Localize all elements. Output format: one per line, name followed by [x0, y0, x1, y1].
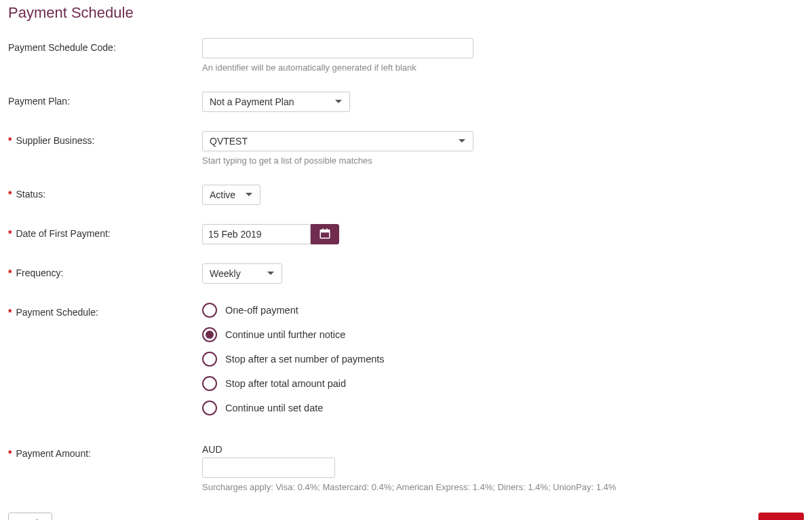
surcharge-helper: Surcharges apply: Visa: 0.4%; Mastercard…: [202, 482, 804, 492]
schedule-option[interactable]: Stop after total amount paid: [202, 376, 804, 391]
svg-rect-3: [326, 228, 328, 231]
supplier-business-value: QVTEST: [210, 136, 248, 147]
schedule-code-input[interactable]: [202, 38, 473, 58]
schedule-option[interactable]: One-off payment: [202, 303, 804, 318]
back-button[interactable]: Back: [8, 513, 52, 520]
chevron-down-icon: [267, 271, 275, 276]
required-marker: *: [8, 189, 12, 200]
label-schedule-code: Payment Schedule Code:: [8, 38, 202, 53]
required-marker: *: [8, 228, 12, 239]
payment-plan-selected: Not a Payment Plan: [210, 96, 294, 107]
radio-icon: [202, 376, 217, 391]
radio-icon: [202, 327, 217, 342]
schedule-option[interactable]: Stop after a set number of payments: [202, 352, 804, 367]
first-payment-date-input[interactable]: [202, 224, 311, 244]
schedule-option-label: Stop after total amount paid: [225, 378, 346, 389]
supplier-business-combo[interactable]: QVTEST: [202, 131, 473, 151]
chevron-down-icon: [245, 192, 253, 198]
label-payment-plan: Payment Plan:: [8, 92, 202, 107]
schedule-option-label: Stop after a set number of payments: [225, 354, 385, 365]
calendar-button[interactable]: [311, 224, 339, 244]
required-marker: *: [8, 267, 12, 278]
svg-rect-2: [322, 228, 324, 231]
svg-rect-1: [320, 229, 330, 232]
label-payment-amount: *Payment Amount:: [8, 444, 202, 459]
required-marker: *: [8, 135, 12, 146]
row-first-payment: *Date of First Payment:: [8, 224, 804, 244]
row-payment-schedule: *Payment Schedule: One-off paymentContin…: [8, 303, 804, 425]
next-button[interactable]: Next: [758, 513, 804, 520]
row-schedule-code: Payment Schedule Code: An identifier wil…: [8, 38, 804, 73]
required-marker: *: [8, 307, 12, 318]
chevron-down-icon: [458, 138, 466, 144]
frequency-select[interactable]: Weekly: [202, 263, 282, 284]
schedule-option-label: Continue until further notice: [225, 329, 345, 340]
row-payment-amount: *Payment Amount: AUD Surcharges apply: V…: [8, 444, 804, 492]
status-select[interactable]: Active: [202, 185, 260, 205]
row-status: *Status: Active: [8, 185, 804, 205]
status-selected: Active: [210, 189, 235, 200]
currency-label: AUD: [202, 444, 804, 455]
label-frequency: *Frequency:: [8, 263, 202, 278]
row-supplier-business: *Supplier Business: QVTEST Start typing …: [8, 131, 804, 166]
frequency-selected: Weekly: [210, 268, 241, 279]
schedule-option-label: One-off payment: [225, 305, 298, 316]
label-status: *Status:: [8, 185, 202, 200]
label-payment-schedule: *Payment Schedule:: [8, 303, 202, 318]
required-marker: *: [8, 448, 12, 459]
row-frequency: *Frequency: Weekly: [8, 263, 804, 284]
radio-icon: [202, 401, 217, 415]
label-first-payment: *Date of First Payment:: [8, 224, 202, 239]
supplier-business-helper: Start typing to get a list of possible m…: [202, 155, 804, 166]
chevron-down-icon: [334, 99, 343, 105]
calendar-icon: [319, 227, 331, 242]
label-supplier-business: *Supplier Business:: [8, 131, 202, 146]
schedule-option[interactable]: Continue until set date: [202, 401, 804, 415]
radio-icon: [202, 352, 217, 367]
radio-icon: [202, 303, 217, 318]
schedule-code-helper: An identifier will be automatically gene…: [202, 62, 804, 73]
footer: Back Next: [8, 513, 804, 520]
payment-plan-select[interactable]: Not a Payment Plan: [202, 92, 350, 112]
payment-amount-input[interactable]: [202, 458, 335, 478]
row-payment-plan: Payment Plan: Not a Payment Plan: [8, 92, 804, 112]
schedule-option[interactable]: Continue until further notice: [202, 327, 804, 342]
page-title: Payment Schedule: [8, 4, 804, 22]
schedule-option-label: Continue until set date: [225, 403, 323, 413]
